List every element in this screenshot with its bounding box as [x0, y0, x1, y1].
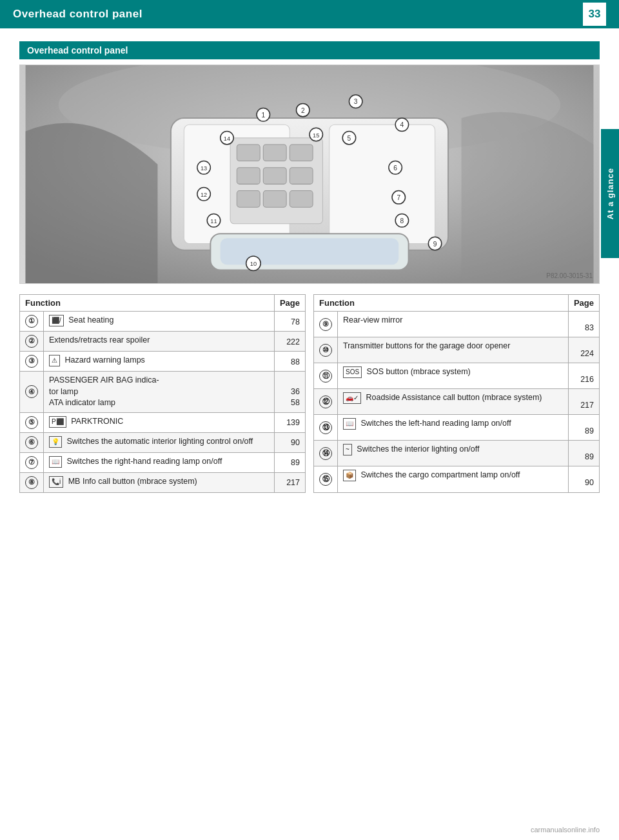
- row-function: 📖 Switches the left-hand reading lamp on…: [338, 415, 569, 441]
- svg-rect-13: [263, 191, 286, 208]
- table-row: ④PASSENGER AIR BAG indica-tor lampATA in…: [20, 372, 306, 413]
- svg-text:9: 9: [433, 241, 437, 248]
- row-page: 224: [568, 337, 599, 363]
- row-function: Transmitter buttons for the garage door …: [338, 337, 569, 363]
- svg-text:10: 10: [250, 261, 257, 267]
- image-watermark: P82.00-3015-31: [546, 272, 593, 279]
- right-table: Function Page ⑨Rear-view mirror83⑩Transm…: [313, 294, 600, 493]
- row-page: 83: [568, 312, 599, 337]
- table-row: ①⬛/ Seat heating78: [20, 312, 306, 332]
- row-page: 78: [274, 312, 305, 332]
- row-function: 🚗✓ Roadside Assistance call button (mbra…: [338, 389, 569, 415]
- row-function: Rear-view mirror: [338, 312, 569, 337]
- tables-container: Function Page ①⬛/ Seat heating78②Extends…: [19, 294, 600, 493]
- row-number: ⑬: [314, 415, 338, 441]
- svg-rect-7: [263, 145, 286, 161]
- side-tab-label: At a glance: [605, 168, 615, 219]
- svg-rect-12: [237, 191, 260, 208]
- row-number: ⑤: [20, 412, 44, 432]
- svg-text:4: 4: [400, 121, 404, 128]
- page-number: 33: [583, 3, 606, 26]
- row-number: ⑥: [20, 432, 44, 452]
- table-row: ⑧📞i MB Info call button (mbrace system)2…: [20, 472, 306, 492]
- right-function-header: Function: [314, 295, 569, 312]
- row-number: ⑧: [20, 472, 44, 492]
- svg-text:2: 2: [301, 107, 305, 114]
- row-page: 3658: [274, 372, 305, 413]
- row-number: ⑭: [314, 441, 338, 466]
- row-number: ⑮: [314, 466, 338, 492]
- overhead-panel-image: 1 2 3 4 5 6 7 8 9 10: [19, 65, 600, 284]
- svg-text:11: 11: [210, 218, 217, 225]
- svg-text:3: 3: [354, 98, 358, 105]
- svg-text:13: 13: [201, 165, 207, 172]
- row-function: Extends/retracts rear spoiler: [44, 332, 275, 352]
- row-page: 89: [568, 441, 599, 466]
- section-heading: Overhead control panel: [19, 41, 600, 59]
- row-number: ②: [20, 332, 44, 352]
- row-function: 📦 Switches the cargo compartment lamp on…: [338, 466, 569, 492]
- table-row: ⑩Transmitter buttons for the garage door…: [314, 337, 600, 363]
- table-row: ⑫🚗✓ Roadside Assistance call button (mbr…: [314, 389, 600, 415]
- row-function: 📖 Switches the right-hand reading lamp o…: [44, 452, 275, 472]
- svg-text:1: 1: [261, 112, 265, 119]
- row-number: ⑩: [314, 337, 338, 363]
- table-row: ⑨Rear-view mirror83: [314, 312, 600, 337]
- row-number: ③: [20, 352, 44, 372]
- row-function: SOS SOS button (mbrace system): [338, 363, 569, 389]
- main-content: Overhead control panel: [0, 28, 619, 506]
- table-row: ⑬📖 Switches the left-hand reading lamp o…: [314, 415, 600, 441]
- row-function: P⬛ PARKTRONIC: [44, 412, 275, 432]
- row-number: ⑪: [314, 363, 338, 389]
- svg-text:12: 12: [201, 192, 207, 198]
- row-page: 90: [568, 466, 599, 492]
- svg-rect-10: [263, 168, 286, 185]
- svg-text:5: 5: [348, 135, 351, 142]
- row-function: 📞i MB Info call button (mbrace system): [44, 472, 275, 492]
- row-number: ⑨: [314, 312, 338, 337]
- svg-text:14: 14: [224, 135, 230, 142]
- table-row: ⑪SOS SOS button (mbrace system)216: [314, 363, 600, 389]
- row-function: ~ Switches the interior lighting on/off: [338, 441, 569, 466]
- side-tab: At a glance: [601, 129, 619, 258]
- table-row: ⑥💡 Switches the automatic interior light…: [20, 432, 306, 452]
- left-function-header: Function: [20, 295, 275, 312]
- svg-rect-11: [290, 168, 313, 185]
- svg-text:15: 15: [313, 132, 319, 139]
- row-page: 90: [274, 432, 305, 452]
- row-number: ⑦: [20, 452, 44, 472]
- svg-rect-14: [290, 191, 313, 208]
- left-page-header: Page: [274, 295, 305, 312]
- left-table: Function Page ①⬛/ Seat heating78②Extends…: [19, 294, 306, 493]
- bottom-watermark: carmanualsonline.info: [531, 826, 600, 834]
- row-number: ①: [20, 312, 44, 332]
- table-row: ③⚠ Hazard warning lamps88: [20, 352, 306, 372]
- svg-rect-9: [237, 168, 260, 185]
- row-page: 139: [274, 412, 305, 432]
- table-row: ⑤P⬛ PARKTRONIC139: [20, 412, 306, 432]
- table-row: ⑮📦 Switches the cargo compartment lamp o…: [314, 466, 600, 492]
- right-page-header: Page: [568, 295, 599, 312]
- svg-rect-6: [237, 145, 260, 161]
- table-row: ⑭~ Switches the interior lighting on/off…: [314, 441, 600, 466]
- svg-text:8: 8: [400, 217, 404, 225]
- row-number: ④: [20, 372, 44, 413]
- svg-rect-8: [290, 145, 313, 161]
- row-function: 💡 Switches the automatic interior lighti…: [44, 432, 275, 452]
- row-function: ⚠ Hazard warning lamps: [44, 352, 275, 372]
- row-number: ⑫: [314, 389, 338, 415]
- row-page: 217: [274, 472, 305, 492]
- svg-text:6: 6: [393, 165, 397, 172]
- row-page: 89: [274, 452, 305, 472]
- row-function: PASSENGER AIR BAG indica-tor lampATA ind…: [44, 372, 275, 413]
- row-page: 217: [568, 389, 599, 415]
- row-page: 88: [274, 352, 305, 372]
- row-page: 222: [274, 332, 305, 352]
- row-function: ⬛/ Seat heating: [44, 312, 275, 332]
- table-row: ⑦📖 Switches the right-hand reading lamp …: [20, 452, 306, 472]
- table-row: ②Extends/retracts rear spoiler222: [20, 332, 306, 352]
- row-page: 89: [568, 415, 599, 441]
- header-title: Overhead control panel: [13, 8, 142, 21]
- svg-text:7: 7: [397, 194, 400, 201]
- row-page: 216: [568, 363, 599, 389]
